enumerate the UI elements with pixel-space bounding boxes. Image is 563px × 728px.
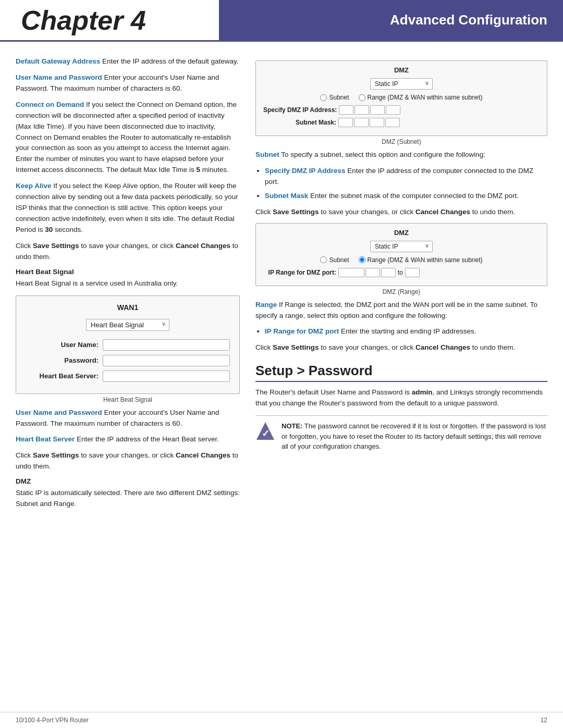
keep-alive-para: Keep Alive If you select the Keep Alive … [16, 181, 240, 236]
default-gateway-body: Enter the IP address of the default gate… [100, 57, 238, 65]
save-settings-2-pre: Click [16, 451, 33, 459]
default-gateway-para: Default Gateway Address Enter the IP add… [16, 56, 240, 67]
heart-beat-server-field-row: Heart Beat Server: [26, 371, 230, 382]
dmz-range-ip-label: IP Range for DMZ port: [263, 269, 336, 276]
dmz-subnet-box: DMZ Static IP Subnet Range (DMZ & WAN wi… [255, 60, 547, 136]
wan1-caption: Heart Beat Signal [16, 396, 240, 403]
chapter-title: Chapter 4 [21, 5, 146, 36]
username-input[interactable] [103, 339, 230, 351]
dmz-range-radio-label[interactable]: Range (DMZ & WAN within same subnet) [359, 94, 483, 101]
range-body: If Range is selected, the DMZ port and t… [255, 301, 537, 319]
cancel-changes-bold-3: Cancel Changes [415, 208, 470, 216]
default-gateway-term: Default Gateway Address [16, 57, 100, 65]
dmz-range-title: DMZ [263, 229, 540, 237]
range-bullet-1-term: IP Range for DMZ port [265, 327, 339, 335]
right-column: DMZ Static IP Subnet Range (DMZ & WAN wi… [255, 56, 547, 515]
wan1-title: WAN1 [26, 303, 230, 312]
note-icon: ✓ [255, 421, 275, 441]
user-name-password-para-2: User Name and Password Enter your accoun… [16, 408, 240, 429]
heart-beat-server-body: Enter the IP address of the Heart Beat s… [75, 435, 219, 443]
dmz-range-range-label: Range (DMZ & WAN within same subnet) [368, 256, 483, 264]
dmz-mask-oct1[interactable] [338, 118, 353, 127]
dmz-range-subnet-label: Subnet [329, 256, 349, 264]
dmz-range-dropdown-label: Static IP [375, 243, 398, 250]
svg-text:✓: ✓ [262, 428, 270, 439]
subnet-bullet-2-term: Subnet Mask [265, 192, 308, 200]
dmz-ip-oct4[interactable] [386, 105, 400, 115]
dmz-ip-oct3[interactable] [370, 105, 385, 115]
dmz-ip-oct2[interactable] [354, 105, 369, 115]
dmz-subnet-dropdown-label: Static IP [375, 80, 398, 88]
setup-password-bold: admin [412, 388, 433, 396]
save-settings-3-mid: to save your changes, or click [319, 208, 415, 216]
dmz-subnet-dropdown[interactable]: Static IP [370, 78, 433, 90]
save-settings-para-3: Click Save Settings to save your changes… [255, 207, 547, 218]
wan1-dropdown[interactable]: Heart Beat Signal [86, 319, 169, 331]
setup-password-para: The Router's default User Name and Passw… [255, 387, 547, 409]
keep-alive-end: seconds. [53, 226, 83, 233]
advanced-config-title: Advanced Configuration [219, 0, 563, 40]
cancel-changes-bold-2: Cancel Changes [176, 451, 230, 459]
page-footer: 10/100 4-Port VPN Router 12 [0, 712, 563, 728]
password-field-row: Password: [26, 355, 230, 366]
setup-password-body: The Router's default User Name and Passw… [255, 388, 412, 396]
subnet-term: Subnet [255, 151, 279, 158]
range-bullet-1: IP Range for DMZ port Enter the starting… [265, 326, 547, 337]
save-settings-bold-4: Save Settings [273, 343, 319, 351]
dmz-mask-oct2[interactable] [354, 118, 369, 127]
dmz-range-mid2[interactable] [381, 268, 396, 277]
dmz-subnet-radio-row: Subnet Range (DMZ & WAN within same subn… [263, 94, 540, 101]
range-bullets: IP Range for DMZ port Enter the starting… [265, 326, 547, 337]
username-label: User Name: [26, 341, 99, 349]
dmz-subnet-radio-label[interactable]: Subnet [320, 94, 349, 101]
dmz-range-box: DMZ Static IP Subnet Range (DMZ & WAN wi… [255, 223, 547, 286]
dmz-ip-oct1[interactable] [339, 105, 353, 115]
connect-on-demand-end: minutes. [200, 166, 229, 174]
heart-beat-signal-heading: Heart Beat Signal [16, 268, 240, 276]
dmz-range-subnet-radio[interactable] [320, 256, 327, 263]
subnet-bullet-2-body: Enter the subnet mask of the computer co… [308, 192, 519, 200]
save-settings-2-mid: to save your changes, or click [79, 451, 176, 459]
user-name-password-term-1: User Name and Password [16, 73, 102, 81]
dmz-mask-group [338, 118, 400, 127]
wan1-diagram-box: WAN1 Heart Beat Signal User Name: Passwo… [16, 295, 240, 394]
password-input[interactable] [103, 355, 230, 366]
subnet-bullet-1-term: Specify DMZ IP Address [265, 167, 346, 175]
save-settings-3-pre: Click [255, 208, 273, 216]
save-settings-3-end: to undo them. [470, 208, 515, 216]
subnet-section-para: Subnet To specify a subnet, select this … [255, 150, 547, 161]
dmz-range-dropdown[interactable]: Static IP [370, 241, 433, 252]
dmz-mask-label: Subnet Mask: [263, 119, 336, 126]
setup-password-heading: Setup > Password [255, 363, 547, 382]
dmz-range-subnet-radio-label[interactable]: Subnet [320, 256, 349, 264]
main-content: Default Gateway Address Enter the IP add… [0, 42, 563, 530]
heart-beat-server-label: Heart Beat Server: [26, 372, 99, 380]
save-settings-para-1: Click Save Settings to save your changes… [16, 241, 240, 263]
dmz-mask-oct4[interactable] [385, 118, 400, 127]
dmz-subnet-title: DMZ [263, 66, 540, 74]
dmz-range-caption: DMZ (Range) [255, 288, 547, 295]
save-settings-bold-2: Save Settings [33, 451, 79, 459]
wan1-dropdown-label: Heart Beat Signal [91, 321, 144, 329]
range-term: Range [255, 301, 277, 309]
note-label: NOTE: [282, 422, 302, 430]
dmz-range-range-radio[interactable] [359, 256, 365, 263]
chapter-section: Chapter 4 [0, 0, 219, 40]
dmz-range-start[interactable] [338, 268, 364, 277]
dmz-range-radio[interactable] [359, 94, 365, 101]
dmz-range-mid1[interactable] [365, 268, 380, 277]
user-name-password-para-1: User Name and Password Enter your accoun… [16, 72, 240, 94]
dmz-heading: DMZ [16, 477, 240, 485]
dmz-mask-oct3[interactable] [370, 118, 384, 127]
dmz-range-ip-group: to [338, 268, 420, 277]
heart-beat-server-para: Heart Beat Server Enter the IP address o… [16, 434, 240, 445]
heart-beat-server-input[interactable] [103, 371, 230, 382]
save-settings-4-pre: Click [255, 343, 273, 351]
dmz-subnet-radio[interactable] [320, 94, 327, 101]
dmz-range-end[interactable] [405, 268, 420, 277]
save-settings-1-pre: Click [16, 242, 33, 250]
dmz-range-range-radio-label[interactable]: Range (DMZ & WAN within same subnet) [359, 256, 483, 264]
keep-alive-bold: 30 [45, 226, 53, 233]
save-settings-1-mid: to save your changes, or click [79, 242, 176, 250]
dmz-body: Static IP is automatically selected. The… [16, 488, 240, 510]
